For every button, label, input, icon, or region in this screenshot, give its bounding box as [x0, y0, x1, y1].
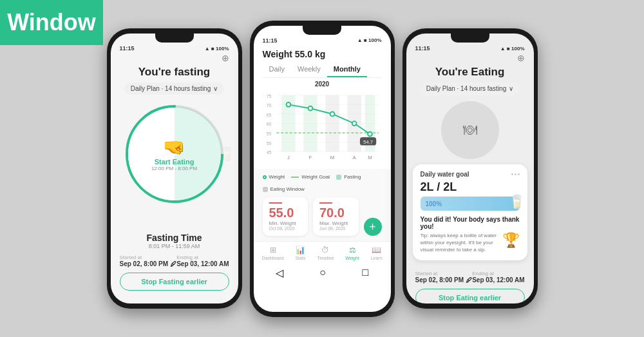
weight-stats: Weight Weight Goal Fasting Eating Window [254, 169, 391, 241]
svg-point-24 [330, 111, 334, 116]
plan-badge-1[interactable]: Daily Plan · 14 hours fasting ∨ [124, 82, 225, 95]
stats-icon: 📊 [296, 246, 305, 255]
eating-circle-bg: 🍽 [422, 101, 518, 159]
add-weight-button[interactable]: + [364, 218, 382, 236]
min-weight-card: 55.0 Min. Weight Oct 08, 2020 [263, 197, 308, 236]
stats-cards: 55.0 Min. Weight Oct 08, 2020 70.0 Max. … [263, 197, 382, 236]
ending-date: Ending at Sep 03, 12:00 AM [176, 255, 229, 267]
phone-2: 11:15 ▲ ■ 100% Weight 55.0 kg Daily Week… [250, 21, 395, 317]
phones-container: 11:15 ▲ ■ 100% ⊕ You're fasting Daily Pl… [0, 0, 644, 337]
screen-3: 11:15 ▲ ■ 100% ⊕ You're Eating Daily Pla… [406, 34, 534, 303]
back-btn[interactable]: ◁ [276, 267, 283, 279]
chart-area: 2020 75 70 65 60 55 50 45 [254, 78, 391, 169]
water-message: You did it! Your body says thank you! [421, 216, 520, 230]
water-card-header: Daily water goal [421, 171, 520, 178]
svg-text:M: M [368, 155, 372, 160]
svg-text:70: 70 [266, 103, 271, 108]
glass-progress-icon: 🥛 [509, 194, 525, 209]
dashboard-icon: ⊞ [270, 246, 276, 255]
svg-point-22 [286, 102, 290, 106]
nav-dashboard[interactable]: ⊞ Dashboard [261, 246, 283, 260]
legend-eating: Eating Window [263, 186, 305, 192]
bottom-bar-2: ◁ ○ □ [254, 263, 391, 283]
nav-stats[interactable]: 📊 Stats [295, 246, 305, 260]
notch-2 [303, 26, 341, 35]
goal-legend-icon [291, 177, 299, 178]
screen-1: 11:15 ▲ ■ 100% ⊕ You're fasting Daily Pl… [111, 34, 238, 303]
svg-text:45: 45 [266, 150, 271, 155]
weight-legend-icon [263, 175, 267, 179]
eating-legend-icon [263, 187, 268, 192]
fasting-screen-title: You're fasting [111, 66, 238, 79]
status-bar-3: 11:15 ▲ ■ 100% [406, 43, 534, 53]
info-icon-3: ⊕ [517, 53, 525, 63]
edit-icon-1[interactable]: 🖊 [170, 260, 176, 267]
weight-icon: ⚖ [349, 246, 356, 255]
svg-text:75: 75 [266, 93, 271, 98]
nav-weight[interactable]: ⚖ Weight [345, 246, 359, 260]
min-weight-bar [269, 202, 282, 204]
max-weight-card: 70.0 Max. Weight Jun 08, 2020 [313, 197, 359, 236]
screen-2: 11:15 ▲ ■ 100% Weight 55.0 kg Daily Week… [254, 26, 391, 312]
max-weight-bar [319, 202, 332, 204]
svg-text:50: 50 [266, 140, 271, 145]
min-weight-value: 55.0 [269, 206, 302, 220]
trophy-icon: 🏆 [502, 232, 520, 254]
notch-3 [451, 34, 489, 43]
svg-text:55: 55 [266, 131, 271, 136]
legend-goal: Weight Goal [291, 174, 330, 180]
water-tip-row: Tip: always keep a bottle of water withi… [421, 232, 520, 254]
legend-weight: Weight [263, 174, 285, 180]
progress-fill: 100% [421, 197, 520, 211]
plan-badge-3[interactable]: Daily Plan · 14 hours fasting ∨ [420, 82, 520, 95]
fasting-legend-icon [336, 175, 341, 180]
ending-date-3: Ending at Sep 03, 12:00 AM [472, 271, 524, 284]
stop-fasting-button[interactable]: Stop Fasting earlier [120, 273, 229, 291]
weight-chart-svg: 75 70 65 60 55 50 45 [263, 89, 382, 164]
svg-text:60: 60 [266, 122, 271, 126]
home-btn[interactable]: ○ [319, 267, 326, 279]
notch-1 [155, 34, 194, 43]
tab-weekly[interactable]: Weekly [291, 62, 327, 77]
tab-monthly[interactable]: Monthly [327, 62, 367, 77]
recent-btn[interactable]: □ [363, 267, 369, 279]
nav-learn[interactable]: 📖 Learn [371, 246, 383, 260]
started-date-3: Started at Sep 02, 8:00 PM 🖊 [415, 271, 473, 284]
fasting-circle: 🤜 Start Eating 12:00 PM - 8:00 PM 🥛 [123, 102, 226, 206]
stop-eating-button[interactable]: Stop Eating earlier [415, 289, 525, 303]
nav-timeline[interactable]: ⏱ Timeline [317, 246, 334, 260]
water-card-menu[interactable] [511, 173, 520, 175]
timeline-icon: ⏱ [321, 246, 329, 255]
svg-text:F: F [308, 155, 312, 160]
svg-text:A: A [352, 155, 356, 160]
bottom-nav: ⊞ Dashboard 📊 Stats ⏱ Timeline ⚖ Weight … [254, 241, 391, 263]
svg-text:54.7: 54.7 [363, 139, 373, 144]
min-weight-date: Oct 08, 2020 [269, 226, 302, 231]
max-weight-date: Jun 08, 2020 [319, 226, 352, 231]
circle-content: 🤜 Start Eating 12:00 PM - 8:00 PM [151, 137, 197, 171]
tab-daily[interactable]: Daily [263, 62, 291, 77]
start-eating-label: Start Eating [151, 158, 197, 166]
svg-rect-17 [303, 95, 317, 151]
legend-row: Weight Weight Goal Fasting Eating Window [263, 174, 382, 192]
svg-text:65: 65 [266, 112, 271, 117]
started-date: Started at Sep 02, 8:00 PM 🖊 [120, 255, 177, 267]
svg-rect-18 [325, 95, 339, 151]
progress-bar: 100% 🥛 [421, 197, 520, 211]
max-weight-value: 70.0 [319, 206, 352, 220]
water-amount: 2L / 2L [421, 180, 520, 194]
window-label: Window [0, 0, 103, 45]
weight-header: Weight 55.0 kg [254, 45, 391, 62]
tabs-row: Daily Weekly Monthly [263, 62, 382, 78]
svg-point-23 [308, 106, 312, 110]
plan-badge-container-1[interactable]: Daily Plan · 14 hours fasting ∨ [111, 82, 238, 99]
dates-row-1: Started at Sep 02, 8:00 PM 🖊 Ending at S… [111, 249, 238, 267]
plan-badge-container-3[interactable]: Daily Plan · 14 hours fasting ∨ [406, 82, 534, 99]
glass-icon: 🥛 [219, 146, 235, 162]
info-icon-1: ⊕ [222, 53, 229, 63]
fasting-time-section: Fasting Time 8:01 PM - 11:59 AM [111, 233, 238, 249]
svg-text:J: J [287, 155, 289, 160]
edit-icon-3[interactable]: 🖊 [466, 276, 472, 284]
eating-circle: 🍽 [441, 101, 499, 159]
water-card: Daily water goal 2L / 2L 100% 🥛 You did … [413, 164, 527, 260]
